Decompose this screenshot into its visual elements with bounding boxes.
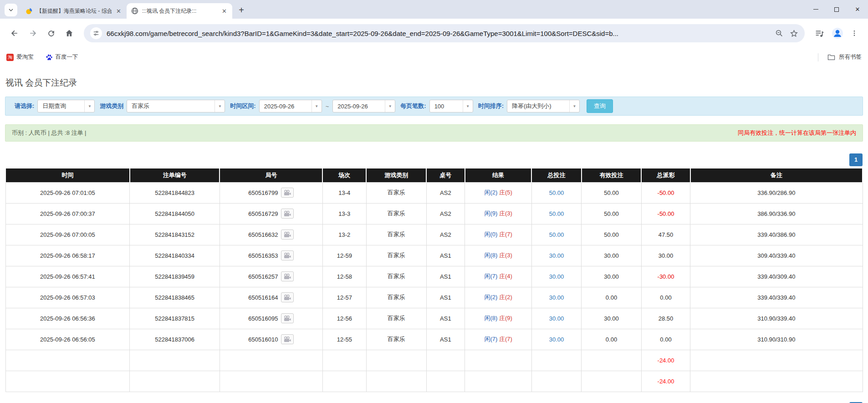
bookmark-star-icon[interactable]	[790, 29, 798, 38]
total-bet-link[interactable]: 30.00	[531, 308, 581, 329]
reload-icon	[47, 29, 56, 38]
bookmark-label: 百度一下	[56, 53, 78, 61]
total-bet-link[interactable]: 50.00	[531, 182, 581, 203]
result-player: 闲(0)	[484, 231, 497, 238]
chevron-down-icon: ▼	[214, 100, 225, 112]
total-bet-link[interactable]: 30.00	[531, 329, 581, 350]
cell-time: 2025-09-26 06:57:03	[5, 287, 130, 308]
round-id-text: 650516632	[248, 231, 278, 238]
cell-remark: 386.90/336.90	[690, 203, 863, 224]
result-player: 闲(9)	[484, 210, 497, 217]
column-header: 场次	[322, 168, 366, 182]
cell-bet-id: 522841843152	[130, 224, 220, 245]
cell-payout: 47.50	[641, 224, 690, 245]
round-id-text: 650516257	[248, 273, 278, 280]
address-bar[interactable]: 66cxkj98.com/game/betrecord_search/kind3…	[84, 24, 805, 42]
cell-result: 闲(7) 庄(7)	[465, 329, 532, 350]
cell-table-no: AS2	[426, 203, 465, 224]
select-label: 请选择:	[15, 102, 34, 110]
date-start-select[interactable]: 2025-09-26 ▼	[259, 100, 322, 112]
result-banker: 庄(4)	[499, 273, 512, 280]
tab-forum[interactable]: 【新提醒】海燕策略论坛 - 综合 ✕	[21, 3, 127, 19]
total-payout: -24.00	[641, 371, 690, 392]
site-info-button[interactable]	[90, 27, 102, 39]
cell-round-id: 650516095	[220, 308, 322, 329]
cell-bet-id: 522841838465	[130, 287, 220, 308]
video-replay-button[interactable]	[281, 209, 294, 219]
forum-favicon-icon	[26, 7, 33, 15]
cell-session: 13-4	[322, 182, 366, 203]
cell-session: 12-55	[322, 329, 366, 350]
cell-game-type: 百家乐	[366, 203, 426, 224]
new-tab-button[interactable]: +	[235, 4, 248, 16]
url-text[interactable]: 66cxkj98.com/game/betrecord_search/kind3…	[107, 30, 771, 37]
result-banker: 庄(3)	[499, 210, 512, 217]
column-header: 游戏类别	[366, 168, 426, 182]
game-type-select[interactable]: 百家乐 ▼	[127, 100, 225, 112]
total-bet-link[interactable]: 30.00	[531, 266, 581, 287]
chevron-down-icon: ▼	[463, 100, 473, 112]
cell-session: 13-2	[322, 224, 366, 245]
total-bet-link[interactable]: 50.00	[531, 203, 581, 224]
home-button[interactable]	[62, 26, 77, 41]
result-banker: 庄(5)	[499, 189, 512, 196]
search-button[interactable]: 查询	[587, 99, 613, 113]
cell-valid-bet: 0.00	[582, 287, 642, 308]
minimize-icon	[813, 9, 818, 10]
video-replay-button[interactable]	[281, 188, 294, 198]
total-total-bet: 300.00	[531, 371, 581, 392]
date-end-select[interactable]: 2025-09-26 ▼	[332, 100, 395, 112]
tab-bet-records[interactable]: :::视讯 会员下注纪录::: ✕	[127, 3, 232, 19]
cell-result: 闲(0) 庄(7)	[465, 224, 532, 245]
total-bet-link[interactable]: 30.00	[531, 245, 581, 266]
video-replay-button[interactable]	[281, 313, 294, 323]
profile-avatar[interactable]	[832, 27, 843, 39]
total-label: 总计	[5, 371, 130, 392]
all-bookmarks[interactable]: 所有书签	[818, 53, 862, 61]
sort-select[interactable]: 降幂(由大到小) ▼	[507, 100, 580, 112]
zoom-icon[interactable]	[775, 29, 783, 37]
tab-search-button[interactable]	[5, 4, 17, 16]
back-button[interactable]	[7, 26, 22, 41]
video-camera-icon	[284, 316, 291, 321]
video-replay-button[interactable]	[281, 250, 294, 260]
media-controls-icon[interactable]	[815, 29, 824, 38]
tune-icon	[93, 30, 99, 36]
reload-button[interactable]	[44, 26, 58, 41]
cell-time: 2025-09-26 06:57:41	[5, 266, 130, 287]
total-row: 总计 8 300.00 240.00 -24.00	[5, 371, 863, 392]
result-player: 闲(8)	[484, 315, 497, 321]
summary-notice: 同局有效投注，统一计算在该局第一张注单内	[738, 129, 856, 137]
video-replay-button[interactable]	[281, 292, 294, 302]
video-replay-button[interactable]	[281, 271, 294, 281]
forward-button[interactable]	[26, 26, 40, 41]
window-close-button[interactable]: ✕	[847, 0, 868, 19]
cell-remark: 339.40/386.90	[690, 224, 863, 245]
table-row: 2025-09-26 07:00:37 522841844050 6505167…	[5, 203, 863, 224]
cell-payout: -50.00	[641, 182, 690, 203]
bookmark-taobao[interactable]: 淘 爱淘宝	[6, 53, 34, 61]
total-bet-link[interactable]: 30.00	[531, 287, 581, 308]
cell-payout: -50.00	[641, 203, 690, 224]
page-1-button[interactable]: 1	[849, 153, 863, 166]
tab-close-icon[interactable]: ✕	[115, 8, 122, 15]
bookmark-baidu[interactable]: 百度一下	[46, 53, 78, 61]
browser-menu-icon[interactable]	[851, 30, 858, 37]
cell-table-no: AS1	[426, 245, 465, 266]
table-row: 2025-09-26 06:56:36 522841837815 6505160…	[5, 308, 863, 329]
column-header: 结果	[465, 168, 532, 182]
total-bet-link[interactable]: 50.00	[531, 224, 581, 245]
window-minimize-button[interactable]	[805, 0, 826, 19]
round-id-text: 650516095	[248, 315, 278, 322]
result-banker: 庄(2)	[499, 294, 512, 301]
globe-favicon-icon	[131, 7, 138, 15]
video-camera-icon	[284, 253, 291, 259]
query-type-select[interactable]: 日期查询 ▼	[37, 100, 95, 112]
cell-time: 2025-09-26 07:00:37	[5, 203, 130, 224]
tab-close-icon[interactable]: ✕	[221, 8, 228, 15]
cell-table-no: AS1	[426, 287, 465, 308]
window-maximize-button[interactable]	[826, 0, 847, 19]
video-replay-button[interactable]	[281, 230, 294, 240]
video-replay-button[interactable]	[281, 334, 294, 344]
per-page-select[interactable]: 100 ▼	[429, 100, 473, 112]
